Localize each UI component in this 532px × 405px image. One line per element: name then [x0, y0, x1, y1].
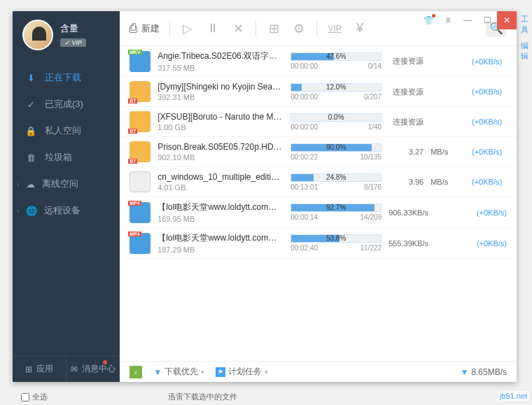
download-row[interactable]: Prison.Break.S05E05.720p.HDTV.x264-KI...…: [120, 137, 517, 167]
file-name: Prison.Break.S05E05.720p.HDTV.x264-KI...: [158, 142, 284, 152]
download-row[interactable]: 【lol电影天堂www.loldytt.com】生活大...169.95 MB9…: [120, 197, 517, 228]
nav-remote[interactable]: ›🌐远程设备: [13, 197, 120, 224]
message-icon: ✉: [71, 364, 78, 374]
nav-downloading[interactable]: ⬇正在下载: [13, 64, 120, 91]
apps-icon: ⊞: [25, 364, 32, 374]
download-row[interactable]: [XFSUB][Boruto - Naruto the Movie][BIG5.…: [120, 107, 517, 137]
trash-icon: 🗑: [25, 152, 36, 163]
progress-column: 92.7%00:00:1414/209: [290, 204, 382, 221]
down-arrow-icon: ▼: [460, 367, 468, 377]
caption-text: 迅雷下载选中的文件: [168, 392, 237, 402]
grid-icon[interactable]: ⊞: [266, 21, 281, 36]
accel-speed: (+0KB/s): [460, 178, 502, 186]
file-name: [Dymy][Shingeki no Kyojin Season 2][30(.…: [158, 82, 284, 92]
progress-bar: 90.0%: [290, 143, 382, 152]
coin-icon[interactable]: ¥: [352, 21, 368, 36]
sidebar-footer: ⊞应用 ✉消息中心: [13, 355, 120, 382]
progress-column: 90.0%00:00:2210/135: [290, 143, 382, 161]
file-info: 【lol电影天堂www.loldytt.com】生活大...187.29 MB: [158, 232, 284, 254]
file-size: 317.55 MB: [158, 64, 284, 72]
user-area[interactable]: 含量 ✓ VIP: [13, 11, 120, 59]
download-row[interactable]: 【lol电影天堂www.loldytt.com】生活大...187.29 MB5…: [120, 228, 517, 259]
file-name: 【lol电影天堂www.loldytt.com】生活大...: [158, 232, 284, 244]
file-info: Prison.Break.S05E05.720p.HDTV.x264-KI...…: [158, 142, 284, 162]
status-text: 906.33KB/s: [388, 208, 428, 217]
nav-completed[interactable]: ✓已完成(3): [13, 91, 120, 118]
file-size: 187.29 MB: [158, 246, 284, 254]
file-info: [XFSUB][Boruto - Naruto the Movie][BIG5.…: [158, 112, 284, 132]
file-type-icon: [130, 81, 150, 102]
download-priority[interactable]: ▼下载优先▾: [153, 366, 204, 378]
download-row[interactable]: cn_windows_10_multiple_editions_x64_d...…: [120, 167, 517, 197]
download-row[interactable]: Angie.Tribeca.S02E06.双语字幕.720p.TVr...317…: [120, 46, 517, 77]
file-size: 902.10 MB: [158, 153, 284, 162]
accel-speed: (+0KB/s): [460, 118, 502, 126]
check-icon: ✓: [25, 99, 36, 110]
elapsed-time: 00:00:14: [290, 213, 318, 221]
play-icon[interactable]: ▷: [180, 21, 195, 36]
delete-icon[interactable]: ✕: [230, 21, 246, 36]
nav-trash[interactable]: 🗑垃圾箱: [13, 144, 120, 171]
parts-count: 8/176: [364, 183, 382, 191]
minimize-button[interactable]: —: [458, 11, 477, 29]
new-task-button[interactable]: ⎙新建: [130, 21, 160, 36]
elapsed-time: 00:13:01: [290, 183, 318, 191]
vip-icon[interactable]: VIP: [327, 24, 342, 34]
file-size: 1.00 GB: [158, 123, 284, 132]
parts-count: 11/222: [360, 244, 382, 252]
sidebar-apps[interactable]: ⊞应用: [13, 356, 66, 382]
file-name: 【lol电影天堂www.loldytt.com】生活大...: [158, 201, 284, 213]
checkbox[interactable]: [21, 393, 29, 402]
progress-bar: 0.0%: [290, 113, 382, 122]
gear-icon[interactable]: ⚙: [291, 21, 307, 36]
right-label-edit: 编辑: [519, 38, 532, 64]
scheduled-tasks[interactable]: ⚑计划任务▾: [216, 366, 268, 378]
nav-private[interactable]: 🔒私人空间: [13, 118, 120, 144]
progress-bar: 53.8%: [290, 234, 382, 243]
right-label-tools: 工具: [519, 11, 532, 38]
main-area: 👕 ≡ — ☐ ✕ ⎙新建 ▷ ⏸ ✕ ⊞ ⚙ VIP ¥ 🔍 Angie.Tr…: [120, 11, 517, 382]
file-name: cn_windows_10_multiple_editions_x64_d...: [158, 172, 284, 182]
progress-column: 12.0%00:00:000/207: [290, 83, 382, 101]
close-button[interactable]: ✕: [497, 11, 517, 29]
progress-bar: 12.0%: [290, 83, 382, 92]
plus-icon: ⎙: [130, 21, 137, 36]
vip-badge[interactable]: ✓ VIP: [60, 38, 86, 47]
separator: [316, 21, 317, 36]
sidebar-messages[interactable]: ✉消息中心: [66, 356, 120, 382]
nav-offline[interactable]: ›☁离线空间: [13, 171, 120, 197]
file-type-icon: [130, 141, 150, 162]
file-size: 392.31 MB: [158, 93, 284, 101]
separator: [255, 21, 256, 36]
accel-speed: (+0KB/s): [460, 148, 502, 156]
menu-icon[interactable]: ≡: [438, 11, 458, 29]
download-row[interactable]: [Dymy][Shingeki no Kyojin Season 2][30(.…: [120, 77, 517, 107]
file-type-icon: [130, 233, 150, 254]
accel-speed: (+0KB/s): [465, 208, 507, 217]
speed-unit: MB/s: [430, 178, 453, 186]
pause-icon[interactable]: ⏸: [205, 21, 220, 36]
progress-bar: 47.6%: [290, 52, 382, 61]
parts-count: 1/40: [368, 123, 382, 131]
sidebar: 含量 ✓ VIP ⬇正在下载 ✓已完成(3) 🔒私人空间 🗑垃圾箱 ›☁离线空间…: [13, 11, 120, 382]
chevron-right-icon: ›: [17, 180, 19, 188]
tshirt-icon[interactable]: 👕: [419, 11, 438, 29]
file-name: [XFSUB][Boruto - Naruto the Movie][BIG5.…: [158, 112, 284, 122]
file-size: 4.01 GB: [158, 183, 284, 192]
globe-icon: 🌐: [26, 206, 37, 216]
separator: [169, 21, 170, 36]
file-type-icon: [130, 171, 150, 192]
status-text: 555.39KB/s: [388, 239, 428, 248]
select-all-checkbox[interactable]: 全选: [21, 392, 48, 402]
file-name: Angie.Tribeca.S02E06.双语字幕.720p.TVr...: [158, 50, 284, 62]
maximize-button[interactable]: ☐: [477, 11, 497, 29]
progress-bar: 92.7%: [290, 204, 382, 212]
app-window: 含量 ✓ VIP ⬇正在下载 ✓已完成(3) 🔒私人空间 🗑垃圾箱 ›☁离线空间…: [13, 11, 517, 382]
avatar[interactable]: [22, 20, 53, 50]
elapsed-time: 00:00:00: [290, 62, 318, 70]
expand-button[interactable]: ‹: [130, 366, 142, 378]
file-info: [Dymy][Shingeki no Kyojin Season 2][30(.…: [158, 82, 284, 101]
window-controls: 👕 ≡ — ☐ ✕: [419, 11, 517, 29]
parts-count: 0/207: [364, 93, 382, 101]
download-list: Angie.Tribeca.S02E06.双语字幕.720p.TVr...317…: [120, 46, 517, 361]
